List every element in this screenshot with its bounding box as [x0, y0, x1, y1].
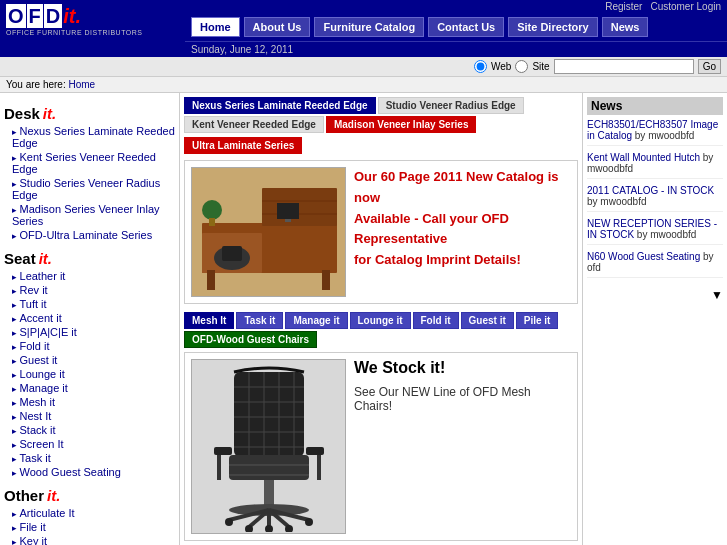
svg-rect-29 — [217, 455, 221, 480]
search-input[interactable] — [554, 59, 694, 74]
date-text: Sunday, June 12, 2011 — [191, 44, 293, 55]
svg-rect-11 — [285, 219, 291, 222]
logo-row: O F D it. — [6, 4, 81, 28]
breadcrumb: You are here: Home — [0, 77, 727, 93]
svg-rect-31 — [264, 480, 274, 505]
tab-madison[interactable]: Madison Veneer Inlay Series — [326, 116, 477, 133]
sidebar-item-tuft[interactable]: Tuft it — [4, 297, 175, 311]
sidebar-item-screen[interactable]: Screen It — [4, 437, 175, 451]
nav-news[interactable]: News — [602, 17, 649, 37]
radio-site[interactable] — [515, 60, 528, 73]
date-bar: Sunday, June 12, 2011 — [185, 42, 727, 57]
cat-seat-label: Seat — [4, 250, 36, 267]
scroll-down-icon: ▼ — [711, 288, 723, 302]
sidebar-item-mesh[interactable]: Mesh it — [4, 395, 175, 409]
radio-web[interactable] — [474, 60, 487, 73]
sidebar-item-nexus[interactable]: Nexus Series Laminate Reeded Edge — [4, 124, 175, 150]
news-link-3[interactable]: 2011 CATALOG - IN STOCK — [587, 185, 714, 196]
news-item-5: N60 Wood Guest Seating by ofd — [587, 251, 723, 278]
tab-pile[interactable]: Pile it — [516, 312, 559, 329]
sidebar-item-rev[interactable]: Rev it — [4, 283, 175, 297]
news-link-1[interactable]: ECH83501/ECH83507 Image in Catalog — [587, 119, 718, 141]
tab-kent[interactable]: Kent Veneer Reeded Edge — [184, 116, 324, 133]
sidebar-item-guest[interactable]: Guest it — [4, 353, 175, 367]
sidebar-item-wood-guest[interactable]: Wood Guest Seating — [4, 465, 175, 479]
breadcrumb-home[interactable]: Home — [68, 79, 95, 90]
svg-point-42 — [265, 525, 273, 532]
nav-row: Home About Us Furniture Catalog Contact … — [185, 13, 727, 42]
sidebar-item-madison[interactable]: Madison Series Veneer Inlay Series — [4, 202, 175, 228]
svg-rect-3 — [262, 188, 337, 226]
top-links-bar: Register Customer Login — [185, 0, 727, 13]
customer-login-link[interactable]: Customer Login — [650, 1, 721, 12]
nav-about[interactable]: About Us — [244, 17, 311, 37]
sidebar-item-fold[interactable]: Fold it — [4, 339, 175, 353]
news-list: ECH83501/ECH83507 Image in Catalog by mw… — [587, 119, 723, 284]
register-link[interactable]: Register — [605, 1, 642, 12]
sidebar-item-leather[interactable]: Leather it — [4, 269, 175, 283]
category-desk: Desk it. — [4, 105, 175, 122]
sidebar-item-stack[interactable]: Stack it — [4, 423, 175, 437]
tab-guest[interactable]: Guest it — [461, 312, 514, 329]
chair-image — [191, 359, 346, 534]
desk-image — [191, 167, 346, 297]
svg-rect-24 — [229, 455, 309, 480]
tab-manage[interactable]: Manage it — [285, 312, 347, 329]
sidebar-item-nest[interactable]: Nest It — [4, 409, 175, 423]
news-link-4[interactable]: NEW RECEPTION SERIES - IN STOCK — [587, 218, 717, 240]
tab-lounge[interactable]: Lounge it — [350, 312, 411, 329]
tab-mesh[interactable]: Mesh It — [184, 312, 234, 329]
sidebar-item-accent[interactable]: Accent it — [4, 311, 175, 325]
news-item-4: NEW RECEPTION SERIES - IN STOCK by mwood… — [587, 218, 723, 245]
sidebar-item-lounge[interactable]: Lounge it — [4, 367, 175, 381]
breadcrumb-prefix: You are here: — [6, 79, 66, 90]
sidebar-item-task[interactable]: Task it — [4, 451, 175, 465]
svg-rect-7 — [322, 270, 330, 290]
sidebar-item-manage[interactable]: Manage it — [4, 381, 175, 395]
news-item-1: ECH83501/ECH83507 Image in Catalog by mw… — [587, 119, 723, 146]
svg-point-12 — [202, 200, 222, 220]
cat-seat-it: it. — [39, 250, 52, 267]
stock-desc: See Our NEW Line of OFD Mesh Chairs! — [354, 385, 571, 413]
news-scroll-arrow: ▼ — [587, 288, 723, 302]
sidebar-item-file[interactable]: File it — [4, 520, 175, 534]
desk-scene-svg — [192, 168, 346, 297]
sidebar-item-key[interactable]: Key it — [4, 534, 175, 545]
chair-product-text: We Stock it! See Our NEW Line of OFD Mes… — [354, 359, 571, 413]
sidebar: Desk it. Nexus Series Laminate Reeded Ed… — [0, 93, 180, 545]
sidebar-item-kent[interactable]: Kent Series Veneer Reeded Edge — [4, 150, 175, 176]
sidebar-item-articulate[interactable]: Articulate It — [4, 506, 175, 520]
svg-rect-27 — [214, 447, 232, 455]
sidebar-item-space[interactable]: S|P|A|C|E it — [4, 325, 175, 339]
content-area: Nexus Series Laminate Reeded Edge Studio… — [180, 93, 582, 545]
logo-tagline: OFFICE FURNITURE DISTRIBUTORS — [6, 29, 142, 36]
news-link-2[interactable]: Kent Wall Mounted Hutch — [587, 152, 700, 163]
cat-desk-label: Desk — [4, 105, 40, 122]
tab-nexus[interactable]: Nexus Series Laminate Reeded Edge — [184, 97, 376, 114]
nav-catalog[interactable]: Furniture Catalog — [314, 17, 424, 37]
nav-contact[interactable]: Contact Us — [428, 17, 504, 37]
svg-rect-30 — [317, 455, 321, 480]
tab-ofd-wood[interactable]: OFD-Wood Guest Chairs — [184, 331, 317, 348]
catalog-highlight-text: Our 60 Page 2011 New Catalog is nowAvail… — [354, 167, 571, 271]
news-title: News — [587, 97, 723, 115]
sidebar-item-studio[interactable]: Studio Series Veneer Radius Edge — [4, 176, 175, 202]
tab-studio[interactable]: Studio Veneer Radius Edge — [378, 97, 524, 114]
cat-other-it: it. — [47, 487, 60, 504]
news-item-2: Kent Wall Mounted Hutch by mwoodbfd — [587, 152, 723, 179]
tab-ultra[interactable]: Ultra Laminate Series — [184, 137, 302, 154]
sidebar-item-ofd[interactable]: OFD-Ultra Laminate Series — [4, 228, 175, 242]
logo-it: it. — [63, 5, 81, 28]
news-link-5[interactable]: N60 Wood Guest Seating — [587, 251, 700, 262]
svg-rect-9 — [222, 246, 242, 261]
logo-letter-o: O — [6, 4, 26, 28]
tab-task[interactable]: Task it — [236, 312, 283, 329]
category-other: Other it. — [4, 487, 175, 504]
radio-site-label: Site — [532, 61, 549, 72]
product-panel-chair: We Stock it! See Our NEW Line of OFD Mes… — [184, 352, 578, 541]
search-button[interactable]: Go — [698, 59, 721, 74]
tab-fold[interactable]: Fold it — [413, 312, 459, 329]
nav-directory[interactable]: Site Directory — [508, 17, 598, 37]
nav-home[interactable]: Home — [191, 17, 240, 37]
header: O F D it. OFFICE FURNITURE DISTRIBUTORS … — [0, 0, 727, 57]
